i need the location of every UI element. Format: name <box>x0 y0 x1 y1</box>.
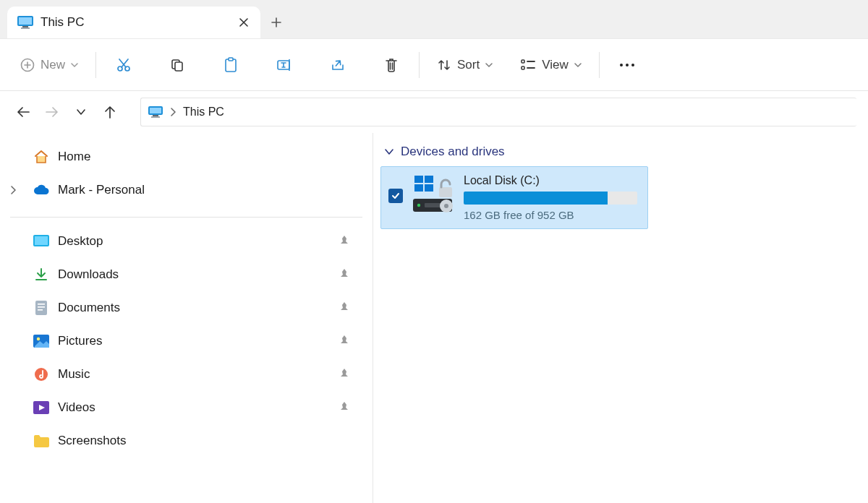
svg-point-29 <box>35 368 48 381</box>
copy-icon <box>170 58 184 72</box>
svg-rect-10 <box>229 58 233 61</box>
music-icon <box>32 366 51 382</box>
svg-point-40 <box>444 204 448 208</box>
svg-rect-2 <box>22 26 28 27</box>
new-button[interactable]: New <box>16 51 82 79</box>
svg-rect-34 <box>425 184 433 192</box>
monitor-icon <box>17 16 33 29</box>
sidebar-item-downloads[interactable]: Downloads <box>0 258 373 291</box>
sidebar-item-label: Music <box>58 367 90 382</box>
drive-usage-fill <box>464 192 608 205</box>
sidebar-item-onedrive[interactable]: Mark - Personal <box>0 173 373 207</box>
sidebar-item-label: Screenshots <box>58 434 127 448</box>
svg-rect-23 <box>35 301 47 315</box>
address-bar[interactable]: This PC <box>140 98 856 126</box>
pin-icon <box>339 402 349 413</box>
toolbar: New <box>0 39 868 91</box>
svg-rect-32 <box>425 176 433 183</box>
up-button[interactable] <box>98 100 122 124</box>
sidebar-item-label: Home <box>58 150 90 164</box>
drive-usage-bar <box>464 192 637 205</box>
separator <box>95 52 96 78</box>
svg-rect-33 <box>414 184 423 192</box>
svg-point-36 <box>417 204 420 207</box>
drive-local-disk-c[interactable]: Local Disk (C:) 162 GB free of 952 GB <box>380 166 648 229</box>
sidebar-item-label: Downloads <box>58 267 119 282</box>
svg-rect-12 <box>522 60 524 63</box>
content-pane: Devices and drives <box>373 133 868 503</box>
sidebar-item-documents[interactable]: Documents <box>0 291 373 324</box>
close-tab-button[interactable] <box>237 16 250 29</box>
address-row: This PC <box>0 91 868 133</box>
breadcrumb-location[interactable]: This PC <box>183 106 224 119</box>
drive-meta: Local Disk (C:) 162 GB free of 952 GB <box>464 174 639 221</box>
copy-button[interactable] <box>163 51 192 79</box>
sidebar-item-home[interactable]: Home <box>0 140 373 173</box>
ellipsis-icon <box>618 62 636 68</box>
pictures-icon <box>32 333 51 349</box>
cut-button[interactable] <box>109 51 138 79</box>
tab-strip: This PC <box>0 0 868 39</box>
download-icon <box>32 267 51 283</box>
svg-rect-1 <box>19 17 32 25</box>
delete-button[interactable] <box>377 51 406 79</box>
new-label: New <box>41 58 65 72</box>
share-icon <box>330 58 346 72</box>
share-button[interactable] <box>323 51 352 79</box>
svg-rect-25 <box>38 306 45 308</box>
new-tab-button[interactable] <box>260 7 292 38</box>
cloud-icon <box>32 182 51 198</box>
sidebar-item-music[interactable]: Music <box>0 358 373 391</box>
sidebar-item-screenshots[interactable]: Screenshots <box>0 424 373 457</box>
svg-point-16 <box>631 64 634 66</box>
sidebar-item-label: Documents <box>58 301 120 315</box>
checkbox-checked-icon[interactable] <box>388 189 403 203</box>
forward-button[interactable] <box>41 100 64 124</box>
scissors-icon <box>116 57 132 73</box>
plus-circle-icon <box>20 58 35 72</box>
separator <box>10 217 362 218</box>
more-button[interactable] <box>613 51 642 79</box>
sidebar-item-label: Mark - Personal <box>58 183 145 197</box>
sort-button[interactable]: Sort <box>433 51 497 79</box>
chevron-down-icon <box>485 62 493 68</box>
sidebar-item-label: Pictures <box>58 334 102 348</box>
svg-rect-3 <box>21 27 30 29</box>
view-icon <box>520 59 536 72</box>
svg-rect-20 <box>151 116 160 118</box>
svg-point-28 <box>37 338 40 340</box>
paste-button[interactable] <box>216 51 245 79</box>
separator <box>599 52 600 78</box>
chevron-right-icon[interactable] <box>170 108 176 116</box>
view-button[interactable]: View <box>516 51 586 79</box>
back-button[interactable] <box>12 100 35 124</box>
sidebar-item-pictures[interactable]: Pictures <box>0 324 373 358</box>
tab-this-pc[interactable]: This PC <box>7 7 260 38</box>
home-icon <box>32 149 51 165</box>
pin-icon <box>339 269 349 280</box>
desktop-icon <box>32 233 51 249</box>
separator <box>419 52 420 78</box>
tab-title: This PC <box>41 15 230 30</box>
section-devices-and-drives[interactable]: Devices and drives <box>380 143 868 166</box>
svg-rect-22 <box>35 236 48 245</box>
svg-rect-8 <box>175 62 182 71</box>
sidebar-item-videos[interactable]: Videos <box>0 391 373 424</box>
chevron-right-icon[interactable] <box>10 186 16 194</box>
svg-rect-24 <box>38 304 45 305</box>
view-label: View <box>542 58 569 72</box>
chevron-down-icon <box>71 62 78 68</box>
svg-point-14 <box>620 64 623 66</box>
recent-locations-button[interactable] <box>69 100 93 124</box>
sidebar-item-desktop[interactable]: Desktop <box>0 225 373 258</box>
drive-name: Local Disk (C:) <box>464 174 639 187</box>
navigation-pane: Home Mark - Personal Desktop <box>0 133 373 503</box>
sort-icon <box>437 58 451 72</box>
trash-icon <box>384 57 399 73</box>
svg-point-15 <box>626 64 629 66</box>
pin-icon <box>339 335 349 347</box>
sidebar-item-label: Videos <box>58 400 95 415</box>
rename-icon <box>276 58 292 72</box>
rename-button[interactable] <box>270 51 299 79</box>
videos-icon <box>32 400 51 416</box>
